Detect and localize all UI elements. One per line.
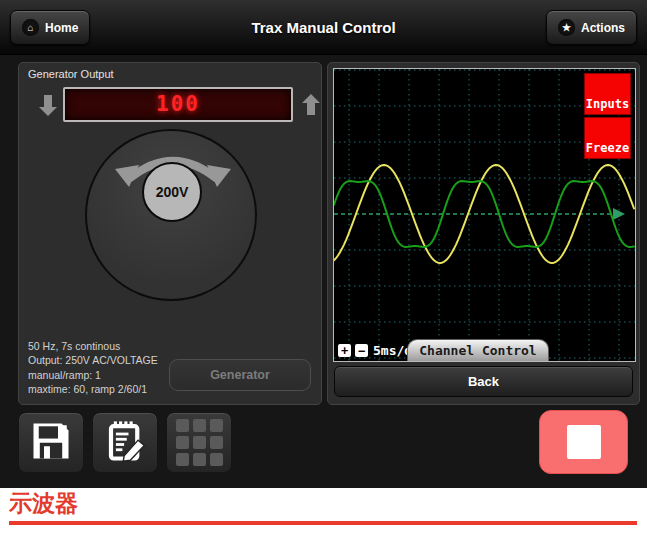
knob-voltage-label: 200V xyxy=(142,162,202,222)
channel-control-tab[interactable]: Channel Control xyxy=(407,339,549,361)
value-up-button[interactable] xyxy=(301,92,323,118)
star-icon: ★ xyxy=(558,19,575,36)
status-line: Output: 250V AC/VOLTAGE xyxy=(28,353,158,367)
stop-square-icon xyxy=(567,425,601,459)
status-line: maxtime: 60, ramp 2/60/1 xyxy=(28,382,158,396)
timebase-zoom-out-button[interactable]: − xyxy=(355,344,368,357)
top-bar: Trax Manual Control ⌂ Home ★ Actions xyxy=(0,0,647,55)
stop-button[interactable] xyxy=(539,410,628,474)
home-button[interactable]: ⌂ Home xyxy=(10,10,90,45)
grid-menu-button[interactable] xyxy=(166,412,232,473)
block-arrow-down-icon xyxy=(38,93,60,117)
actions-button-label: Actions xyxy=(581,21,625,35)
caption-underline xyxy=(9,521,637,525)
grid-dots-icon xyxy=(176,419,223,466)
actions-button[interactable]: ★ Actions xyxy=(546,10,637,45)
value-down-button[interactable] xyxy=(38,92,60,118)
caption-title: 示波器 xyxy=(9,488,78,519)
oscilloscope-screen[interactable]: Inputs Freeze + − 5ms/div Channel Contro… xyxy=(333,68,636,362)
caption-area: 示波器 xyxy=(0,488,647,534)
oscilloscope-panel: Inputs Freeze + − 5ms/div Channel Contro… xyxy=(327,62,640,405)
generator-panel-title: Generator Output xyxy=(28,68,114,80)
notes-edit-button[interactable] xyxy=(92,412,158,473)
save-floppy-icon xyxy=(30,420,72,465)
home-icon: ⌂ xyxy=(22,19,39,36)
generator-button[interactable]: Generator xyxy=(169,359,311,391)
trax-app: Trax Manual Control ⌂ Home ★ Actions Gen… xyxy=(0,0,647,488)
generator-value-display: 100 xyxy=(63,87,293,122)
status-line: manual/ramp: 1 xyxy=(28,368,158,382)
notepad-pencil-icon xyxy=(104,420,146,465)
voltage-knob[interactable]: 200V xyxy=(85,129,257,301)
block-arrow-up-icon xyxy=(301,93,323,117)
generator-panel: Generator Output 100 xyxy=(18,62,322,405)
timebase-zoom-in-button[interactable]: + xyxy=(338,344,351,357)
home-button-label: Home xyxy=(45,21,78,35)
save-button[interactable] xyxy=(18,412,84,473)
back-button[interactable]: Back xyxy=(334,366,633,397)
status-line: 50 Hz, 7s continous xyxy=(28,339,158,353)
freeze-button[interactable]: Freeze xyxy=(584,117,631,159)
screenshot-stage: Trax Manual Control ⌂ Home ★ Actions Gen… xyxy=(0,0,647,534)
inputs-button[interactable]: Inputs xyxy=(584,73,631,115)
generator-status-text: 50 Hz, 7s continous Output: 250V AC/VOLT… xyxy=(28,339,158,396)
